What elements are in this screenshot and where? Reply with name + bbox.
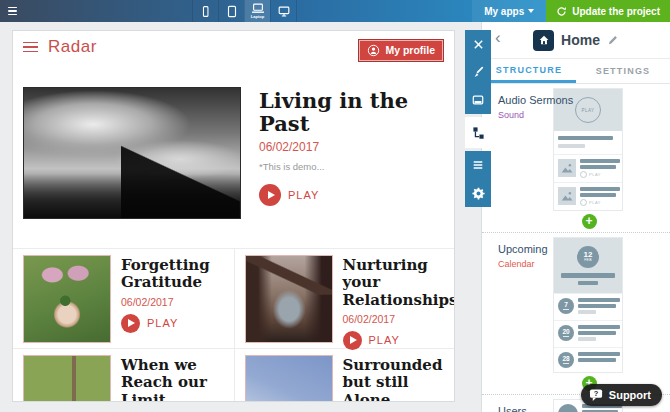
panel-header: ‹ Home: [482, 22, 670, 59]
page-title: Home: [561, 32, 600, 48]
structure-button[interactable]: [465, 117, 491, 148]
article-title[interactable]: Nurturing your Relationships: [343, 257, 456, 309]
article-row: Forgetting Gratitude 06/02/2017 PLAY Nur…: [13, 248, 454, 348]
chat-icon: ?: [589, 388, 604, 402]
play-button[interactable]: PLAY: [121, 314, 228, 333]
play-label: PLAY: [288, 189, 319, 201]
play-icon: [343, 331, 362, 350]
widget-mini-play-label: PLAY: [589, 200, 601, 205]
layout-icon: [472, 94, 484, 106]
profile-icon: [367, 44, 380, 57]
tab-settings[interactable]: SETTINGS: [576, 59, 670, 83]
tab-structure[interactable]: STRUCTURE: [482, 59, 576, 83]
day-badge: 28: [558, 352, 574, 368]
my-profile-button[interactable]: My profile: [358, 39, 444, 62]
device-tablet-button[interactable]: [218, 0, 244, 22]
article-excerpt: *This is demo...: [259, 161, 444, 172]
calendar-widget-preview[interactable]: 12 FEB 7: [553, 237, 623, 373]
my-apps-dropdown[interactable]: My apps: [472, 0, 546, 22]
play-icon: [121, 314, 140, 333]
article-date: 06/02/2017: [121, 296, 228, 308]
svg-text:?: ?: [594, 389, 599, 398]
play-button[interactable]: PLAY: [259, 184, 444, 206]
play-label: PLAY: [369, 334, 400, 346]
article-thumb-image[interactable]: [23, 255, 111, 343]
pages-button[interactable]: [465, 151, 491, 179]
update-project-button[interactable]: Update the project: [546, 0, 670, 22]
list-icon: [472, 159, 484, 171]
image-icon: [560, 189, 574, 203]
article-thumb-image[interactable]: [245, 255, 333, 343]
device-desktop-button[interactable]: [270, 0, 297, 22]
feature-panel: ‹ Home STRUCTURE SETTINGS Audio Sermons …: [481, 22, 670, 412]
layout-button[interactable]: [465, 86, 491, 114]
caret-down-icon: [528, 9, 534, 13]
menu-icon[interactable]: [0, 0, 26, 22]
support-button[interactable]: ? Support: [581, 384, 662, 406]
article-card[interactable]: Nurturing your Relationships 06/02/2017 …: [234, 249, 455, 348]
play-icon: [259, 184, 281, 206]
app-header: Radar My profile: [13, 31, 454, 63]
brush-icon: [472, 66, 484, 78]
device-laptop-label: Laptop: [251, 15, 264, 19]
refresh-icon: [556, 6, 567, 17]
article-date: 06/02/2017: [343, 313, 456, 325]
image-icon: [560, 161, 574, 175]
app-menu-icon[interactable]: [23, 42, 38, 53]
settings-button[interactable]: [465, 179, 491, 207]
article-card[interactable]: Forgetting Gratitude 06/02/2017 PLAY: [13, 249, 234, 348]
play-label: PLAY: [147, 317, 178, 329]
device-mobile-button[interactable]: [192, 0, 218, 22]
tree-icon: [472, 126, 485, 139]
design-button[interactable]: [465, 58, 491, 86]
add-block-button[interactable]: +: [582, 214, 597, 229]
edit-title-button[interactable]: [607, 34, 619, 46]
article-title[interactable]: Surrounded but still Alone: [343, 357, 449, 402]
pencil-icon: [607, 34, 619, 46]
article-card[interactable]: Surrounded but still Alone 06/02/2017: [234, 349, 455, 402]
device-laptop-button[interactable]: Laptop: [244, 0, 270, 22]
article-hero[interactable]: Living in the Past 06/02/2017 *This is d…: [13, 63, 454, 248]
day-badge: 7: [558, 298, 574, 314]
editor-toolbar: [465, 30, 491, 207]
home-icon: [538, 34, 550, 46]
feature-type: Calendar: [498, 259, 548, 269]
feature-section-sound[interactable]: Audio Sermons Sound PLAY: [482, 84, 670, 233]
topbar: Laptop My apps Update the project: [0, 0, 670, 22]
widget-play-circle: PLAY: [575, 97, 601, 123]
article-title[interactable]: When we Reach our Limit: [121, 357, 228, 402]
day-badge: 20: [558, 325, 574, 341]
avatar: [558, 404, 578, 412]
gear-icon: [472, 187, 485, 200]
article-hero-image[interactable]: [23, 87, 241, 219]
my-apps-label: My apps: [484, 6, 524, 17]
article-thumb-image[interactable]: [245, 355, 333, 402]
widget-thumb: [558, 159, 576, 177]
close-icon: [473, 39, 484, 50]
laptop-icon: [251, 3, 265, 14]
desktop-icon: [277, 4, 291, 19]
device-switcher: Laptop: [192, 0, 297, 22]
topbar-right: My apps Update the project: [472, 0, 670, 22]
panel-tabs: STRUCTURE SETTINGS: [482, 59, 670, 84]
widget-mini-play-label: PLAY: [589, 172, 601, 177]
play-button[interactable]: PLAY: [343, 331, 456, 350]
home-badge: [533, 30, 554, 51]
update-project-label: Update the project: [572, 6, 660, 17]
widget-thumb: [558, 187, 576, 205]
close-button[interactable]: [465, 30, 491, 58]
article-row: When we Reach our Limit 06/02/2017 Surro…: [13, 348, 454, 402]
support-label: Support: [609, 389, 651, 401]
article-title[interactable]: Living in the Past: [259, 89, 444, 135]
article-thumb-image[interactable]: [23, 355, 111, 402]
mobile-icon: [199, 4, 212, 19]
feature-type: Sound: [498, 110, 573, 120]
feature-name: Upcoming: [498, 243, 548, 255]
date-badge: 12 FEB: [577, 246, 599, 268]
article-title[interactable]: Forgetting Gratitude: [121, 257, 228, 292]
back-button[interactable]: ‹: [495, 28, 501, 48]
tablet-icon: [225, 4, 239, 19]
my-profile-label: My profile: [385, 44, 435, 56]
article-card[interactable]: When we Reach our Limit 06/02/2017: [13, 349, 234, 402]
feature-section-calendar[interactable]: Upcoming Calendar 12 FEB 7: [482, 233, 670, 395]
